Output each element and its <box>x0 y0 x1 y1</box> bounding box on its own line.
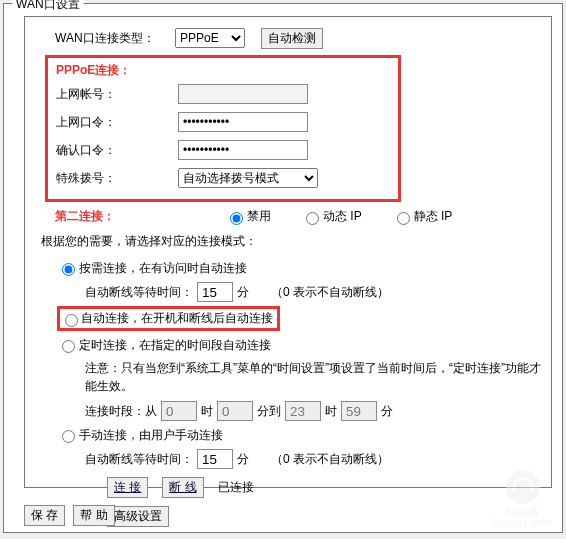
mode-ondemand-radio[interactable] <box>62 263 75 276</box>
connection-buttons: 连 接 断 线 已连接 <box>107 477 541 498</box>
mode-auto-radio[interactable] <box>65 314 78 327</box>
mode-timed-radio[interactable] <box>62 340 75 353</box>
disconnect-button[interactable]: 断 线 <box>162 477 203 498</box>
mode-desc: 根据您的需要，请选择对应的连接模式： <box>41 233 541 250</box>
advanced-button[interactable]: 高级设置 <box>107 506 169 527</box>
timed-to-m[interactable] <box>341 401 377 421</box>
dial-mode-select[interactable]: 自动选择拨号模式 <box>178 168 318 188</box>
ondemand-wait-label: 自动断线等待时间： <box>85 284 193 301</box>
username-input[interactable] <box>178 84 308 104</box>
wan-type-label: WAN口连接类型： <box>35 30 175 47</box>
panel-title: WAN口设置 <box>12 0 84 13</box>
second-conn-disable[interactable]: 禁用 <box>225 208 271 225</box>
connection-modes: 按需连接，在有访问时自动连接 自动断线等待时间： 分 （0 表示不自动断线） 自… <box>57 256 541 527</box>
help-button[interactable]: 帮 助 <box>73 505 114 526</box>
timed-from-h[interactable] <box>161 401 197 421</box>
save-button[interactable]: 保 存 <box>24 505 65 526</box>
pppoe-title: PPPoE连接： <box>48 62 394 79</box>
password-input[interactable] <box>178 112 308 132</box>
second-conn-label: 第二连接： <box>35 208 175 225</box>
pppoe-section: PPPoE连接： 上网帐号： 上网口令： 确认口令： 特殊拨号： 自动选择拨号模… <box>45 55 401 202</box>
ondemand-wait-input[interactable] <box>197 282 233 302</box>
wan-type-row: WAN口连接类型： PPPoE 自动检测 <box>35 27 541 49</box>
mode-timed[interactable]: 定时连接，在指定的时间段自动连接 <box>57 333 541 357</box>
dial-label: 特殊拨号： <box>48 170 178 187</box>
password-label: 上网口令： <box>48 114 178 131</box>
username-label: 上网帐号： <box>48 86 178 103</box>
manual-wait-row: 自动断线等待时间： 分 （0 表示不自动断线） <box>57 447 541 471</box>
mode-auto[interactable]: 自动连接，在开机和断线后自动连接 <box>57 306 280 331</box>
settings-panel: WAN口设置 WAN口连接类型： PPPoE 自动检测 PPPoE连接： 上网帐… <box>3 3 563 533</box>
mode-manual-radio[interactable] <box>62 430 75 443</box>
second-conn-dynamic[interactable]: 动态 IP <box>301 208 362 225</box>
timed-note: 注意：只有当您到“系统工具”菜单的“时间设置”项设置了当前时间后，“定时连接”功… <box>57 359 541 395</box>
mode-manual[interactable]: 手动连接，由用户手动连接 <box>57 423 541 447</box>
auto-detect-button[interactable]: 自动检测 <box>261 28 323 49</box>
ondemand-wait-row: 自动断线等待时间： 分 （0 表示不自动断线） <box>57 280 541 304</box>
confirm-label: 确认口令： <box>48 142 178 159</box>
manual-wait-label: 自动断线等待时间： <box>85 451 193 468</box>
second-conn-static-radio[interactable] <box>397 212 410 225</box>
settings-form: WAN口连接类型： PPPoE 自动检测 PPPoE连接： 上网帐号： 上网口令… <box>24 16 552 488</box>
connect-button[interactable]: 连 接 <box>107 477 148 498</box>
connection-status: 已连接 <box>218 479 254 496</box>
second-conn-dynamic-radio[interactable] <box>306 212 319 225</box>
timed-from-m[interactable] <box>217 401 253 421</box>
wan-type-select[interactable]: PPPoE <box>175 28 245 48</box>
footer-buttons: 保 存 帮 助 <box>24 505 115 526</box>
second-conn-row: 第二连接： 禁用 动态 IP 静态 IP <box>35 208 541 225</box>
confirm-input[interactable] <box>178 140 308 160</box>
timed-to-h[interactable] <box>285 401 321 421</box>
second-conn-static[interactable]: 静态 IP <box>392 208 453 225</box>
mode-ondemand[interactable]: 按需连接，在有访问时自动连接 <box>57 256 541 280</box>
manual-wait-input[interactable] <box>197 449 233 469</box>
second-conn-disable-radio[interactable] <box>230 212 243 225</box>
timed-period-row: 连接时段：从 时 分到 时 分 <box>57 399 541 423</box>
